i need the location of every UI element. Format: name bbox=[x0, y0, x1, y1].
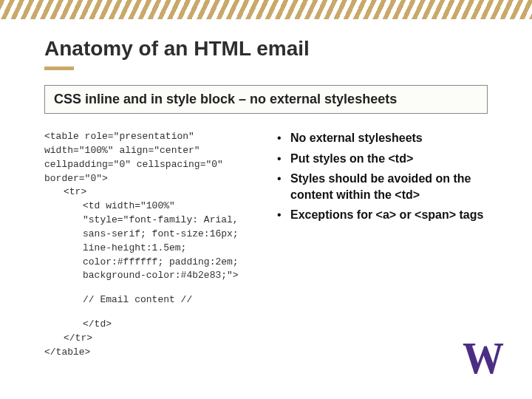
code-comment: // Email content // bbox=[44, 293, 255, 307]
title-underline bbox=[44, 66, 74, 70]
code-line: </tr> bbox=[44, 332, 255, 346]
bullet-item: Styles should be avoided on the content … bbox=[277, 171, 488, 202]
code-line: </td> bbox=[44, 318, 255, 332]
bullet-item: Exceptions for <a> or <span> tags bbox=[277, 207, 488, 223]
slide-title: Anatomy of an HTML email bbox=[44, 37, 488, 61]
code-line: </table> bbox=[44, 346, 255, 360]
slide-content: Anatomy of an HTML email CSS inline and … bbox=[0, 19, 532, 360]
bullet-item: No external stylesheets bbox=[277, 130, 488, 146]
decorative-stripe-top bbox=[0, 0, 532, 19]
code-line: <td width="100%" "style="font-family: Ar… bbox=[44, 200, 255, 283]
code-sample: <table role="presentation" width="100%" … bbox=[44, 130, 255, 360]
two-column-layout: <table role="presentation" width="100%" … bbox=[44, 130, 488, 360]
code-line: <table role="presentation" width="100%" … bbox=[44, 130, 255, 185]
bullet-list: No external stylesheets Put styles on th… bbox=[277, 130, 488, 360]
bullet-item: Put styles on the <td> bbox=[277, 151, 488, 167]
code-line: <tr> bbox=[44, 185, 255, 200]
uw-logo: W bbox=[463, 332, 498, 383]
subtitle-box: CSS inline and in style block – no exter… bbox=[44, 85, 488, 114]
